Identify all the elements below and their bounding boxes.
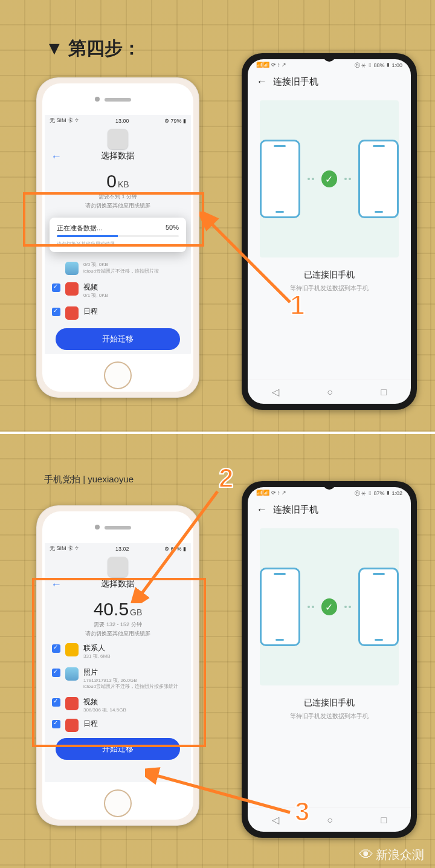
list-item[interactable]: 日程 bbox=[52, 717, 184, 733]
page-header: ← 连接旧手机 bbox=[248, 71, 411, 93]
nav-recent-icon[interactable]: □ bbox=[381, 815, 387, 826]
data-list: 0/0 项, 0KB icloud云端照片不迁移，连拍照片按 视频 0/1 项,… bbox=[45, 258, 191, 323]
page-title: ← 选择数据 bbox=[45, 151, 191, 165]
waiting-text: 等待旧手机发送数据到本手机 bbox=[248, 284, 411, 293]
status-right: ⓝ ⚹ ▯ 87% ▮ 1:02 bbox=[355, 490, 402, 497]
checkbox-icon[interactable] bbox=[52, 720, 60, 728]
item-sub: 0/1 项, 0KB bbox=[83, 293, 184, 299]
size-number: 0 bbox=[106, 171, 117, 191]
title-text: 选择数据 bbox=[101, 578, 135, 588]
home-button[interactable] bbox=[104, 361, 132, 389]
start-migrate-button[interactable]: 开始迁移 bbox=[56, 328, 180, 350]
phone-outline-icon bbox=[260, 140, 300, 218]
sina-watermark: 👁 新浪众测 bbox=[359, 846, 424, 863]
huawei2-screen: 📶📶 ⟳ ↕ ↗ ⓝ ⚹ ▯ 87% ▮ 1:02 ← 连接旧手机 已连接旧手机… bbox=[248, 487, 411, 832]
size-unit: KB bbox=[118, 180, 129, 189]
list-item[interactable]: 联系人 331 项, 6MB bbox=[52, 640, 184, 663]
popup-note: 请勿切换至其他应用或锁屏 bbox=[57, 241, 179, 247]
nav-bar: ◁ ○ □ bbox=[248, 380, 411, 404]
item-title: 日程 bbox=[83, 306, 184, 317]
item-title: 视频 bbox=[83, 282, 184, 293]
status-bar: 无 SIM 卡 ᯤ 13:02 ⚙ 67% ▮ bbox=[45, 543, 191, 554]
back-arrow-icon[interactable]: ← bbox=[51, 578, 62, 591]
size-block: 0KB 需要不到 1 分钟 请勿切换至其他应用或锁屏 bbox=[45, 165, 191, 212]
tutorial-panel-2: 手机党拍 | yuexiaoyue 无 SIM 卡 ᯤ 13:02 ⚙ 67% … bbox=[0, 434, 435, 868]
back-arrow-icon[interactable]: ← bbox=[256, 504, 267, 516]
phone-outline-icon bbox=[260, 568, 300, 646]
app-icon bbox=[108, 129, 128, 149]
status-left: 无 SIM 卡 ᯤ bbox=[50, 545, 80, 552]
list-item[interactable]: 视频 0/1 项, 0KB bbox=[52, 279, 184, 302]
author-watermark: 手机党拍 | yuexiaoyue bbox=[44, 474, 134, 485]
progress-bar bbox=[57, 235, 179, 237]
status-time: 13:00 bbox=[115, 118, 129, 124]
header-title: 连接旧手机 bbox=[273, 504, 318, 516]
iphone-device-1: 无 SIM 卡 ᯤ 13:00 ⚙ 79% ▮ ← 选择数据 0KB 需要不到 … bbox=[36, 77, 199, 398]
status-left: 📶📶 ⟳ ↕ ↗ bbox=[256, 490, 286, 497]
item-title: 联系人 bbox=[83, 643, 184, 653]
iphone-device-2: 无 SIM 卡 ᯤ 13:02 ⚙ 67% ▮ ← 选择数据 40.5GB 需要… bbox=[36, 505, 199, 826]
connection-illustration bbox=[260, 100, 399, 257]
photo-icon bbox=[65, 667, 79, 681]
status-time: 13:02 bbox=[115, 546, 129, 552]
waiting-text: 等待旧手机发送数据到本手机 bbox=[248, 712, 411, 721]
app-icon bbox=[108, 557, 128, 577]
item-sub: 306/306 项, 14.5GB bbox=[83, 707, 184, 713]
item-note: icloud云端照片不迁移，连拍照片按多张统计 bbox=[83, 684, 184, 690]
video-icon bbox=[65, 697, 79, 710]
list-item[interactable]: 0/0 项, 0KB icloud云端照片不迁移，连拍照片按 bbox=[52, 258, 184, 279]
preparing-popup: 正在准备数据... 50% 请勿切换至其他应用或锁屏 bbox=[50, 218, 186, 252]
huawei-device-1: 📶📶 ⟳ ↕ ↗ ⓝ ⚹ ▯ 88% ▮ 1:00 ← 连接旧手机 已连接旧手机… bbox=[242, 53, 417, 410]
home-button[interactable] bbox=[104, 789, 132, 817]
phone-outline-icon bbox=[358, 568, 399, 646]
start-migrate-button[interactable]: 开始迁移 bbox=[56, 738, 180, 760]
checkbox-icon[interactable] bbox=[52, 644, 60, 653]
calendar-icon bbox=[65, 719, 79, 732]
size-sub2: 请勿切换至其他应用或锁屏 bbox=[45, 630, 191, 638]
nav-back-icon[interactable]: ◁ bbox=[272, 814, 279, 826]
checkbox-icon[interactable] bbox=[52, 283, 60, 292]
nav-recent-icon[interactable]: □ bbox=[381, 387, 387, 398]
checkbox-icon[interactable] bbox=[52, 308, 60, 316]
tutorial-panel-1: ▼ 第四步： 无 SIM 卡 ᯤ 13:00 ⚙ 79% ▮ ← 选择数据 0K… bbox=[0, 0, 435, 434]
page-header: ← 连接旧手机 bbox=[248, 499, 411, 521]
item-title: 照片 bbox=[83, 667, 184, 678]
annotation-number-1: 1 bbox=[290, 290, 304, 320]
nav-bar: ◁ ○ □ bbox=[248, 808, 411, 832]
list-item[interactable]: 照片 17913/17913 项, 26.0GB icloud云端照片不迁移，连… bbox=[52, 664, 184, 694]
status-bar: 无 SIM 卡 ᯤ 13:00 ⚙ 79% ▮ bbox=[45, 115, 191, 126]
item-note: icloud云端照片不迁移，连拍照片按 bbox=[83, 268, 184, 274]
size-block: 40.5GB 需要 132 - 152 分钟 请勿切换至其他应用或锁屏 bbox=[45, 593, 191, 640]
item-title: 视频 bbox=[83, 697, 184, 707]
status-right: ⚙ 79% ▮ bbox=[164, 118, 186, 124]
checkbox-icon[interactable] bbox=[52, 669, 60, 677]
nav-home-icon[interactable]: ○ bbox=[327, 387, 333, 398]
sina-eye-icon: 👁 bbox=[359, 846, 373, 863]
popup-title: 正在准备数据... bbox=[57, 224, 102, 233]
status-right: ⓝ ⚹ ▯ 88% ▮ 1:00 bbox=[355, 62, 402, 70]
size-sub1: 需要 132 - 152 分钟 bbox=[45, 621, 191, 629]
photo-icon bbox=[65, 262, 79, 275]
list-item[interactable]: 日程 bbox=[52, 303, 184, 323]
back-arrow-icon[interactable]: ← bbox=[51, 151, 62, 163]
sina-text: 新浪众测 bbox=[376, 847, 424, 863]
back-arrow-icon[interactable]: ← bbox=[256, 76, 267, 88]
nav-back-icon[interactable]: ◁ bbox=[272, 386, 279, 398]
step-title: ▼ 第四步： bbox=[45, 36, 141, 61]
title-text: 选择数据 bbox=[101, 151, 135, 160]
checkbox-icon[interactable] bbox=[52, 698, 60, 707]
annotation-number-2: 2 bbox=[219, 463, 233, 493]
list-item[interactable]: 视频 306/306 项, 14.5GB bbox=[52, 693, 184, 717]
item-sub: 331 项, 6MB bbox=[83, 653, 184, 659]
contact-icon bbox=[65, 643, 79, 656]
item-title: 日程 bbox=[83, 719, 184, 729]
check-circle-icon bbox=[321, 170, 338, 187]
nav-home-icon[interactable]: ○ bbox=[327, 815, 333, 826]
iphone2-screen: 无 SIM 卡 ᯤ 13:02 ⚙ 67% ▮ ← 选择数据 40.5GB 需要… bbox=[45, 543, 191, 782]
header-title: 连接旧手机 bbox=[273, 76, 318, 88]
item-sub: 17913/17913 项, 26.0GB bbox=[83, 678, 184, 684]
size-number: 40.5 bbox=[94, 599, 129, 619]
calendar-icon bbox=[65, 306, 79, 320]
connection-illustration bbox=[260, 528, 399, 685]
iphone1-screen: 无 SIM 卡 ᯤ 13:00 ⚙ 79% ▮ ← 选择数据 0KB 需要不到 … bbox=[45, 115, 191, 354]
